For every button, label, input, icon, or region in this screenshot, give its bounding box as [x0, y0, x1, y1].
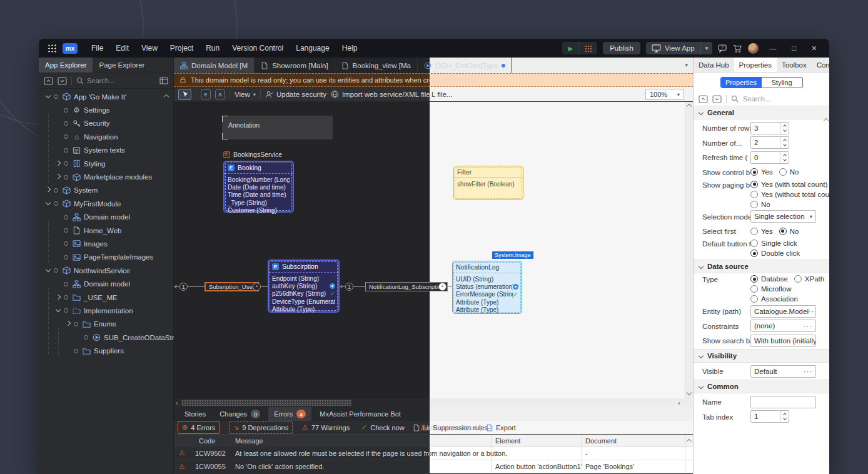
- entity-attribute[interactable]: Attribute (Type): [456, 298, 518, 306]
- constraints-field[interactable]: (none)···: [750, 320, 816, 332]
- doc-tab-domain-model[interactable]: Domain Model [M: [174, 58, 255, 73]
- tree-item-domain-model[interactable]: Domain model: [39, 211, 173, 224]
- error-row[interactable]: ⚠ 1 CW0055 No 'On click' action specifie…: [174, 460, 693, 474]
- collapse-all-icon[interactable]: [44, 77, 53, 85]
- user-avatar[interactable]: [748, 43, 759, 54]
- tree-item-settings[interactable]: ⚙ Settings: [39, 103, 173, 116]
- tree-item-enums[interactable]: Enums: [39, 318, 173, 331]
- menu-project[interactable]: Project: [164, 44, 199, 53]
- entity-tool-button[interactable]: e: [201, 89, 211, 99]
- bookings-service-label[interactable]: BookingsService: [223, 151, 282, 158]
- expander-icon[interactable]: [54, 293, 63, 302]
- section-visibility[interactable]: Visibility: [694, 349, 829, 363]
- import-webservice-button[interactable]: Import web service/XML file...: [331, 90, 436, 98]
- tree-item-navigation[interactable]: ⌂ Navigation: [39, 130, 173, 143]
- minimize-button[interactable]: —: [764, 44, 781, 52]
- tree-item-styling[interactable]: Styling: [39, 157, 173, 170]
- tree-item-images[interactable]: Images: [39, 237, 173, 250]
- update-security-button[interactable]: Update security: [265, 91, 326, 98]
- suppression-rules-button[interactable]: Suppression rules: [420, 421, 488, 434]
- radio-yes[interactable]: Yes: [750, 168, 773, 176]
- expand-all-icon[interactable]: [712, 95, 722, 103]
- association-label-notificationlog-subscription[interactable]: NotificationLog_Subscription: [365, 282, 448, 291]
- radio-no[interactable]: No: [750, 201, 824, 208]
- radio-single-click[interactable]: Single click: [750, 240, 824, 247]
- menu-language[interactable]: Language: [290, 44, 335, 53]
- canvas-vertical-scrollbar[interactable]: [685, 102, 693, 398]
- entity-attribute[interactable]: BookingNumber (Long): [228, 176, 290, 183]
- tab-changes[interactable]: Changes0: [214, 407, 266, 421]
- radio-association[interactable]: Association: [750, 295, 824, 303]
- tab-connector[interactable]: Connector: [812, 58, 829, 72]
- explorer-search-input[interactable]: [87, 77, 143, 84]
- browse-button[interactable]: ···: [804, 368, 813, 375]
- run-app-button[interactable]: ▶: [562, 42, 578, 54]
- tree-item-myfirstmodule[interactable]: MyFirstModule: [39, 197, 173, 210]
- entity-attribute[interactable]: Status (enumeration): [456, 283, 518, 290]
- radio-database[interactable]: Databse: [750, 275, 788, 283]
- expander-icon[interactable]: [44, 186, 53, 194]
- maximize-button[interactable]: □: [787, 44, 801, 52]
- radio-xpath[interactable]: XPath: [794, 275, 824, 283]
- column-message[interactable]: Message: [235, 435, 263, 446]
- export-button[interactable]: Export: [487, 421, 516, 434]
- expander-icon[interactable]: [44, 93, 53, 101]
- radio-no[interactable]: No: [779, 228, 799, 235]
- collapse-all-icon[interactable]: [699, 95, 708, 103]
- entity-booking[interactable]: E Booking BookingNumber (Long) Date (Dat…: [223, 161, 294, 213]
- canvas-horizontal-scrollbar[interactable]: ‹ ›: [174, 398, 693, 407]
- view-app-dropdown[interactable]: ▾: [700, 42, 713, 54]
- scroll-right-icon[interactable]: ›: [678, 398, 680, 407]
- tree-item-domain-model-nw[interactable]: Domain model: [39, 277, 173, 290]
- subtab-styling[interactable]: Styling: [762, 78, 802, 88]
- stop-app-button[interactable]: [578, 42, 597, 54]
- stepper-buttons[interactable]: [780, 137, 789, 148]
- scroll-left-icon[interactable]: ‹: [176, 398, 178, 407]
- stepper-buttons[interactable]: [780, 411, 789, 422]
- tree-item-app[interactable]: App 'Go Make It': [39, 90, 173, 103]
- properties-scrollbar[interactable]: [824, 118, 829, 471]
- select-tool-button[interactable]: [178, 89, 191, 100]
- browse-button[interactable]: ···: [804, 322, 813, 330]
- radio-no[interactable]: No: [779, 168, 799, 176]
- entity-notificationlog[interactable]: NotificationLog UUID (String) Status (en…: [452, 261, 522, 314]
- number-of-stepper[interactable]: 2: [750, 136, 789, 149]
- expander-icon[interactable]: [54, 159, 63, 168]
- entity-filter[interactable]: Filter showFilter (Boolean): [453, 166, 523, 200]
- annotation-box[interactable]: Annotation: [222, 116, 333, 139]
- tree-item-marketplace-modules[interactable]: Marketplace modules: [39, 170, 173, 183]
- show-search-bar-select[interactable]: With button (initially▾: [750, 335, 816, 347]
- stepper-buttons[interactable]: [780, 152, 789, 163]
- section-general[interactable]: General: [694, 106, 829, 119]
- menu-run[interactable]: Run: [199, 44, 226, 53]
- section-common[interactable]: Common: [694, 380, 829, 393]
- app-grid-icon[interactable]: [48, 44, 56, 53]
- visible-field[interactable]: Default···: [750, 365, 816, 378]
- menu-view[interactable]: View: [135, 44, 164, 53]
- refresh-time-stepper[interactable]: 0: [750, 151, 789, 164]
- entity-attribute[interactable]: Date (Date and time): [228, 183, 290, 191]
- browse-button[interactable]: ···: [809, 308, 816, 315]
- entity-attribute[interactable]: _Type (String): [228, 199, 290, 206]
- annotation-tool-button[interactable]: a: [215, 89, 225, 99]
- marketplace-cart-icon[interactable]: [733, 44, 742, 53]
- tab-mxassist[interactable]: MxAssist Performance Bot: [314, 407, 406, 421]
- selection-mode-select[interactable]: Single selection▾: [750, 210, 816, 223]
- view-app-button[interactable]: View App ▾: [646, 42, 712, 54]
- check-now-button[interactable]: ✓Check now: [361, 421, 405, 434]
- expand-all-icon[interactable]: [58, 77, 67, 85]
- radio-microflow[interactable]: Microflow: [750, 285, 824, 293]
- tab-stories[interactable]: Stories: [179, 407, 211, 421]
- scroll-up-icon[interactable]: [687, 104, 692, 109]
- tree-item-suppliers[interactable]: Suppliers: [39, 344, 173, 357]
- column-code[interactable]: Code: [199, 435, 215, 446]
- section-data-source[interactable]: Data source: [694, 260, 829, 273]
- entity-attribute[interactable]: Customer (String): [228, 207, 290, 214]
- tree-item-use-me[interactable]: _USE_ME: [39, 291, 173, 304]
- doc-tab-och-getcardtype[interactable]: OCH_GetCardType: [418, 58, 512, 73]
- view-menu-button[interactable]: View ▾: [235, 91, 256, 98]
- mendix-logo[interactable]: mx: [63, 43, 78, 54]
- tree-item-pagetemplateimages[interactable]: PageTemplateImages: [39, 251, 173, 264]
- warnings-filter-button[interactable]: ⚠77 Warnings: [302, 421, 350, 434]
- entity-path-field[interactable]: Catalogue.Model···: [750, 305, 816, 318]
